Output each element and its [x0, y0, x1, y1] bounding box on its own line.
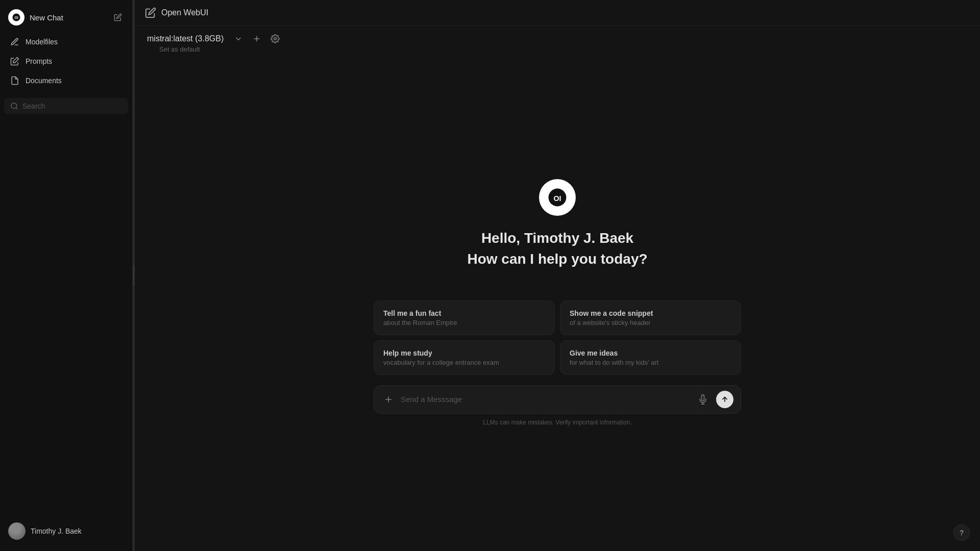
prompts-label: Prompts	[26, 57, 52, 65]
pencil-icon	[10, 37, 19, 46]
suggestion-subtitle-3: for what to do with my kids' art	[570, 359, 731, 366]
mic-icon	[698, 394, 708, 405]
topbar: Open WebUI	[135, 0, 980, 26]
suggestion-card-2[interactable]: Help me study vocabulary for a college e…	[374, 340, 555, 375]
model-bar: mistral:latest (3.8GB)	[147, 32, 968, 45]
search-icon	[10, 102, 18, 110]
sidebar-logo-area[interactable]: OI New Chat	[8, 9, 63, 26]
logo-circle: OI	[8, 9, 24, 26]
suggestion-title-0: Tell me a fun fact	[383, 309, 545, 317]
suggestion-subtitle-0: about the Roman Empire	[383, 319, 545, 327]
user-name: Timothy J. Baek	[31, 527, 82, 535]
search-input[interactable]	[22, 102, 122, 110]
input-plus-button[interactable]	[381, 392, 396, 407]
sidebar-item-documents[interactable]: Documents	[4, 71, 128, 90]
main-content: Open WebUI mistral:latest (3.8GB)	[135, 0, 980, 551]
plus-icon	[252, 34, 261, 43]
svg-marker-2	[13, 58, 19, 63]
topbar-logo-area: Open WebUI	[145, 7, 208, 18]
model-add-button[interactable]	[250, 32, 263, 45]
modelfiles-label: Modelfiles	[26, 38, 58, 46]
subtext-line: How can I help you today?	[467, 249, 647, 270]
user-profile[interactable]: Timothy J. Baek	[4, 517, 128, 545]
chevron-down-icon	[234, 34, 243, 43]
avatar	[8, 522, 26, 540]
search-container[interactable]	[4, 98, 128, 114]
model-name: mistral:latest (3.8GB)	[147, 34, 224, 43]
sidebar-item-modelfiles[interactable]: Modelfiles	[4, 33, 128, 51]
model-settings-button[interactable]	[268, 32, 282, 45]
svg-text:OI: OI	[14, 16, 18, 19]
new-chat-label: New Chat	[30, 13, 63, 22]
sidebar-nav: Modelfiles Prompts Documents	[4, 33, 128, 90]
suggestion-grid: Tell me a fun fact about the Roman Empir…	[374, 300, 741, 375]
topbar-pen-icon	[145, 7, 156, 18]
send-button[interactable]	[716, 391, 733, 408]
pen-icon	[10, 57, 19, 66]
welcome-logo: OI	[539, 179, 576, 216]
suggestion-card-3[interactable]: Give me ideas for what to do with my kid…	[560, 340, 741, 375]
topbar-title: Open WebUI	[161, 8, 208, 17]
suggestion-title-2: Help me study	[383, 349, 545, 357]
input-bar-wrapper: LLMs can make mistakes. Verify important…	[374, 385, 741, 430]
welcome-text: Hello, Timothy J. Baek How can I help yo…	[467, 228, 647, 269]
edit-icon	[114, 13, 122, 21]
model-dropdown-button[interactable]	[232, 32, 245, 45]
input-bar	[374, 385, 741, 414]
sidebar: OI New Chat Modelfiles Prompts	[0, 0, 133, 551]
disclaimer-text: LLMs can make mistakes. Verify important…	[374, 419, 741, 430]
chat-content: OI Hello, Timothy J. Baek How can I help…	[135, 58, 980, 551]
mic-button[interactable]	[695, 391, 711, 408]
suggestion-card-0[interactable]: Tell me a fun fact about the Roman Empir…	[374, 300, 555, 335]
welcome-oi-icon: OI	[548, 188, 567, 207]
oi-logo-icon: OI	[12, 13, 21, 22]
sidebar-item-prompts[interactable]: Prompts	[4, 52, 128, 70]
model-bar-area: mistral:latest (3.8GB)	[135, 26, 980, 58]
suggestion-title-3: Give me ideas	[570, 349, 731, 357]
send-icon	[721, 395, 729, 404]
gear-icon	[271, 34, 280, 43]
sidebar-header: OI New Chat	[4, 6, 128, 33]
svg-point-3	[11, 103, 17, 109]
svg-line-4	[16, 108, 17, 109]
suggestion-card-1[interactable]: Show me a code snippet of a website's st…	[560, 300, 741, 335]
greeting-line: Hello, Timothy J. Baek	[467, 228, 647, 249]
message-input[interactable]	[401, 395, 690, 404]
suggestion-title-1: Show me a code snippet	[570, 309, 731, 317]
set-default-link[interactable]: Set as default	[147, 45, 968, 58]
svg-text:OI: OI	[553, 195, 561, 203]
suggestion-subtitle-2: vocabulary for a college entrance exam	[383, 359, 545, 366]
file-icon	[10, 76, 19, 85]
suggestion-subtitle-1: of a website's sticky header	[570, 319, 731, 327]
model-bar-icons	[232, 32, 282, 45]
documents-label: Documents	[26, 77, 62, 85]
new-chat-edit-button[interactable]	[112, 11, 124, 23]
help-button[interactable]: ?	[953, 524, 970, 541]
plus-attach-icon	[383, 394, 394, 405]
svg-point-7	[274, 38, 277, 40]
avatar-image	[8, 522, 26, 540]
